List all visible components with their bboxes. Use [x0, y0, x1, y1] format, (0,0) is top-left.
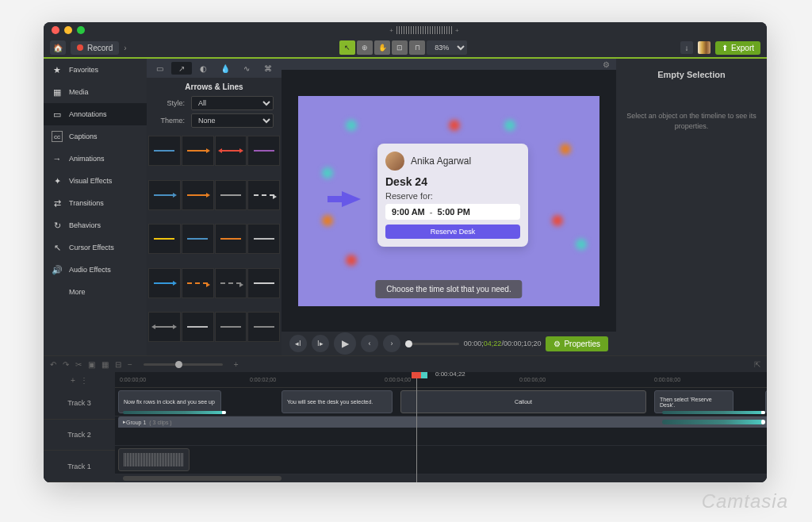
preview-thumbnail[interactable]: [698, 41, 710, 54]
sidebar-item-captions[interactable]: ccCaptions: [44, 125, 147, 148]
cut-button[interactable]: ✂: [75, 360, 82, 369]
timeline-zoom-slider[interactable]: [144, 363, 223, 366]
tracks-area[interactable]: 0:00:00;00 0:00:02;00 0:00:04;00 0:00:06…: [115, 372, 767, 482]
purple-arrow-annotation[interactable]: [342, 191, 361, 207]
arrow-swatch[interactable]: [148, 224, 181, 254]
sidebar-item-transitions[interactable]: ⇄Transitions: [44, 192, 147, 214]
track-2[interactable]: ▸ Group 1 ( 3 clips ): [115, 416, 767, 445]
zoom-select[interactable]: 83%: [427, 40, 467, 55]
zoom-handle[interactable]: [175, 361, 182, 368]
add-track-button[interactable]: +: [71, 376, 75, 385]
arrow-swatch[interactable]: [215, 224, 247, 254]
tab-shapes[interactable]: ◐: [193, 62, 213, 75]
chevron-right-icon[interactable]: ›: [124, 44, 126, 52]
clip[interactable]: You will see the desk you selected.: [282, 390, 393, 413]
back-button[interactable]: ‹: [361, 335, 378, 352]
clip-callout[interactable]: Callout: [400, 390, 646, 413]
crop-tool[interactable]: ⊡: [392, 40, 408, 55]
scrollbar-thumb[interactable]: [123, 476, 282, 481]
clip-audio[interactable]: [118, 448, 190, 471]
arrow-swatch[interactable]: [148, 180, 181, 210]
clip-transition[interactable]: [123, 411, 226, 414]
arrow-swatch[interactable]: [247, 180, 280, 210]
tab-sketch[interactable]: ∿: [236, 62, 256, 75]
track-label-3[interactable]: Track 3: [44, 388, 115, 420]
magnet-tool[interactable]: ⊓: [409, 40, 425, 55]
split-button[interactable]: ⊟: [115, 360, 121, 369]
arrow-swatch[interactable]: [247, 312, 280, 342]
arrow-swatch[interactable]: [182, 180, 214, 210]
sidebar-item-audio-effects[interactable]: 🔊Audio Effects: [44, 259, 147, 281]
track-label-2[interactable]: Track 2: [44, 420, 115, 451]
scrubber[interactable]: [405, 343, 459, 345]
theme-select[interactable]: None: [191, 113, 274, 128]
arrow-swatch[interactable]: [215, 180, 247, 210]
clip-transition[interactable]: [662, 411, 765, 414]
home-button[interactable]: 🏠: [50, 40, 66, 55]
close-window[interactable]: [52, 26, 59, 34]
redo-button[interactable]: ↷: [63, 360, 69, 369]
undo-button[interactable]: ↶: [50, 360, 56, 369]
clip-transition[interactable]: [662, 420, 765, 424]
arrow-swatch[interactable]: [247, 268, 280, 298]
clip[interactable]: Ca: [765, 390, 767, 413]
arrow-swatch[interactable]: [182, 268, 214, 298]
sidebar-item-more[interactable]: More: [44, 281, 147, 303]
playhead[interactable]: 0:00:04;22: [416, 372, 417, 482]
maximize-window[interactable]: [77, 26, 85, 34]
properties-button[interactable]: ⚙Properties: [546, 336, 608, 351]
style-select[interactable]: All: [191, 96, 274, 110]
arrow-swatch[interactable]: [182, 224, 214, 254]
track-menu-button[interactable]: ⋮: [80, 376, 88, 385]
clip[interactable]: Now fix rows in clock and you see up: [118, 390, 221, 413]
tab-keystroke[interactable]: ⌘: [259, 62, 278, 75]
zoom-in-button[interactable]: +: [234, 360, 239, 369]
arrow-swatch[interactable]: [247, 136, 280, 166]
clip[interactable]: Then select 'Reserve Desk'.: [654, 390, 733, 413]
sidebar-item-visual-effects[interactable]: ✦Visual Effects: [44, 170, 147, 192]
sidebar-item-favorites[interactable]: ★Favorites: [44, 59, 147, 81]
tab-callouts[interactable]: ▭: [150, 62, 170, 75]
timeline-scrollbar[interactable]: [115, 474, 767, 482]
arrow-swatch[interactable]: [247, 224, 280, 254]
detach-icon[interactable]: ⇱: [754, 360, 760, 369]
next-frame-button[interactable]: Ⅰ▸: [312, 335, 329, 352]
arrow-swatch[interactable]: [148, 136, 181, 166]
zoom-out-button[interactable]: −: [128, 360, 132, 369]
canvas-settings-icon[interactable]: ⚙: [603, 60, 610, 69]
track-3[interactable]: Now fix rows in clock and you see up You…: [115, 388, 767, 416]
select-tool[interactable]: ↖: [339, 40, 355, 55]
tab-arrows[interactable]: ↗: [171, 62, 191, 75]
minimize-window[interactable]: [64, 26, 72, 34]
move-tool[interactable]: ⊕: [357, 40, 373, 55]
hand-tool[interactable]: ✋: [374, 40, 390, 55]
record-button[interactable]: Record: [71, 41, 119, 55]
arrow-swatch[interactable]: [148, 268, 181, 298]
canvas-viewport[interactable]: Anika Agarwal Desk 24 Reserve for: 9:00 …: [282, 70, 616, 332]
playhead-marker[interactable]: [412, 372, 421, 378]
arrow-swatch[interactable]: [182, 312, 214, 342]
prev-frame-button[interactable]: ◂Ⅰ: [289, 335, 307, 352]
paste-button[interactable]: ▦: [102, 360, 109, 369]
main-toolbar: 🏠 Record › ↖ ⊕ ✋ ⊡ ⊓ 83% ↓ ⬆ Export: [44, 38, 767, 59]
track-label-1[interactable]: Track 1: [44, 451, 115, 482]
sidebar-item-cursor-effects[interactable]: ↖Cursor Effects: [44, 236, 147, 259]
sidebar-item-media[interactable]: ▦Media: [44, 81, 147, 103]
arrow-swatch[interactable]: [215, 268, 247, 298]
arrow-swatch[interactable]: [215, 312, 247, 342]
download-button[interactable]: ↓: [680, 41, 693, 54]
track-1[interactable]: [115, 446, 767, 474]
forward-button[interactable]: ›: [383, 335, 400, 352]
reserve-desk-button[interactable]: Reserve Desk: [385, 225, 520, 239]
sidebar-item-annotations[interactable]: ▭Annotations: [44, 103, 147, 125]
arrow-swatch[interactable]: [148, 312, 181, 342]
copy-button[interactable]: ▣: [88, 360, 95, 369]
tab-blur[interactable]: 💧: [215, 62, 235, 75]
arrow-swatch[interactable]: [215, 136, 247, 166]
sidebar-item-animations[interactable]: →Animations: [44, 148, 147, 170]
arrow-swatch[interactable]: [182, 136, 214, 166]
export-button[interactable]: ⬆ Export: [715, 41, 760, 55]
sidebar-item-behaviors[interactable]: ↻Behaviors: [44, 214, 147, 236]
play-button[interactable]: ▶: [334, 332, 356, 355]
scrubber-handle[interactable]: [405, 340, 412, 347]
